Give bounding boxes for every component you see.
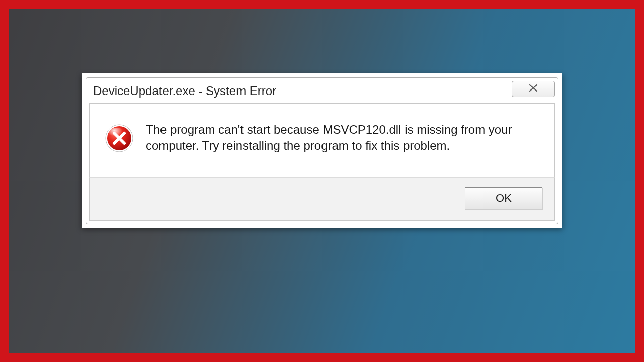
dialog-title: DeviceUpdater.exe - System Error: [93, 81, 276, 98]
error-icon: [105, 124, 134, 153]
error-message: The program can't start because MSVCP120…: [146, 122, 539, 154]
error-dialog: DeviceUpdater.exe - System Error: [82, 73, 562, 228]
desktop-background: DeviceUpdater.exe - System Error: [9, 9, 635, 353]
dialog-titlebar[interactable]: DeviceUpdater.exe - System Error: [86, 78, 558, 100]
ok-button[interactable]: OK: [465, 187, 542, 209]
close-icon: [528, 84, 539, 95]
close-button[interactable]: [512, 81, 555, 97]
dialog-inner: DeviceUpdater.exe - System Error: [86, 77, 558, 224]
dialog-button-area: OK: [89, 177, 555, 221]
dialog-content: The program can't start because MSVCP120…: [89, 103, 555, 177]
outer-frame: DeviceUpdater.exe - System Error: [0, 0, 644, 362]
